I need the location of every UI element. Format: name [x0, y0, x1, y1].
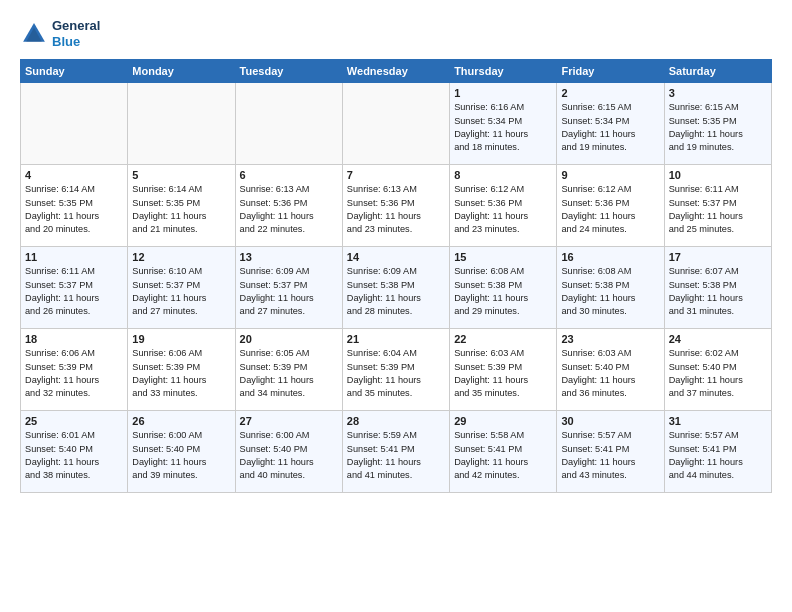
day-cell: 12Sunrise: 6:10 AM Sunset: 5:37 PM Dayli… — [128, 247, 235, 329]
day-info: Sunrise: 5:57 AM Sunset: 5:41 PM Dayligh… — [561, 429, 659, 482]
day-number: 2 — [561, 87, 659, 99]
day-cell — [342, 83, 449, 165]
day-number: 14 — [347, 251, 445, 263]
logo-text: General Blue — [52, 18, 100, 49]
day-cell: 8Sunrise: 6:12 AM Sunset: 5:36 PM Daylig… — [450, 165, 557, 247]
day-cell: 13Sunrise: 6:09 AM Sunset: 5:37 PM Dayli… — [235, 247, 342, 329]
day-cell: 14Sunrise: 6:09 AM Sunset: 5:38 PM Dayli… — [342, 247, 449, 329]
day-cell: 5Sunrise: 6:14 AM Sunset: 5:35 PM Daylig… — [128, 165, 235, 247]
day-cell: 22Sunrise: 6:03 AM Sunset: 5:39 PM Dayli… — [450, 329, 557, 411]
day-info: Sunrise: 6:09 AM Sunset: 5:37 PM Dayligh… — [240, 265, 338, 318]
day-number: 25 — [25, 415, 123, 427]
day-info: Sunrise: 6:02 AM Sunset: 5:40 PM Dayligh… — [669, 347, 767, 400]
day-number: 27 — [240, 415, 338, 427]
day-cell: 10Sunrise: 6:11 AM Sunset: 5:37 PM Dayli… — [664, 165, 771, 247]
logo-icon — [20, 20, 48, 48]
weekday-header-tuesday: Tuesday — [235, 60, 342, 83]
day-number: 26 — [132, 415, 230, 427]
page: General Blue SundayMondayTuesdayWednesda… — [0, 0, 792, 612]
day-number: 4 — [25, 169, 123, 181]
weekday-header-friday: Friday — [557, 60, 664, 83]
day-number: 10 — [669, 169, 767, 181]
day-number: 9 — [561, 169, 659, 181]
day-info: Sunrise: 6:11 AM Sunset: 5:37 PM Dayligh… — [25, 265, 123, 318]
weekday-header-monday: Monday — [128, 60, 235, 83]
day-cell: 18Sunrise: 6:06 AM Sunset: 5:39 PM Dayli… — [21, 329, 128, 411]
day-cell: 11Sunrise: 6:11 AM Sunset: 5:37 PM Dayli… — [21, 247, 128, 329]
day-info: Sunrise: 6:16 AM Sunset: 5:34 PM Dayligh… — [454, 101, 552, 154]
day-info: Sunrise: 6:15 AM Sunset: 5:35 PM Dayligh… — [669, 101, 767, 154]
day-cell: 29Sunrise: 5:58 AM Sunset: 5:41 PM Dayli… — [450, 411, 557, 493]
day-info: Sunrise: 6:08 AM Sunset: 5:38 PM Dayligh… — [454, 265, 552, 318]
day-cell: 24Sunrise: 6:02 AM Sunset: 5:40 PM Dayli… — [664, 329, 771, 411]
day-cell: 1Sunrise: 6:16 AM Sunset: 5:34 PM Daylig… — [450, 83, 557, 165]
day-info: Sunrise: 6:03 AM Sunset: 5:40 PM Dayligh… — [561, 347, 659, 400]
day-number: 12 — [132, 251, 230, 263]
day-number: 5 — [132, 169, 230, 181]
day-cell: 31Sunrise: 5:57 AM Sunset: 5:41 PM Dayli… — [664, 411, 771, 493]
day-cell: 19Sunrise: 6:06 AM Sunset: 5:39 PM Dayli… — [128, 329, 235, 411]
logo: General Blue — [20, 18, 100, 49]
day-cell: 23Sunrise: 6:03 AM Sunset: 5:40 PM Dayli… — [557, 329, 664, 411]
day-info: Sunrise: 6:10 AM Sunset: 5:37 PM Dayligh… — [132, 265, 230, 318]
day-info: Sunrise: 6:13 AM Sunset: 5:36 PM Dayligh… — [347, 183, 445, 236]
day-number: 11 — [25, 251, 123, 263]
day-cell: 9Sunrise: 6:12 AM Sunset: 5:36 PM Daylig… — [557, 165, 664, 247]
day-number: 20 — [240, 333, 338, 345]
day-cell: 17Sunrise: 6:07 AM Sunset: 5:38 PM Dayli… — [664, 247, 771, 329]
day-info: Sunrise: 6:14 AM Sunset: 5:35 PM Dayligh… — [132, 183, 230, 236]
day-info: Sunrise: 6:01 AM Sunset: 5:40 PM Dayligh… — [25, 429, 123, 482]
day-number: 1 — [454, 87, 552, 99]
week-row-5: 25Sunrise: 6:01 AM Sunset: 5:40 PM Dayli… — [21, 411, 772, 493]
day-info: Sunrise: 5:59 AM Sunset: 5:41 PM Dayligh… — [347, 429, 445, 482]
day-info: Sunrise: 6:00 AM Sunset: 5:40 PM Dayligh… — [132, 429, 230, 482]
day-number: 13 — [240, 251, 338, 263]
day-cell: 25Sunrise: 6:01 AM Sunset: 5:40 PM Dayli… — [21, 411, 128, 493]
weekday-header-thursday: Thursday — [450, 60, 557, 83]
weekday-header-wednesday: Wednesday — [342, 60, 449, 83]
day-info: Sunrise: 5:57 AM Sunset: 5:41 PM Dayligh… — [669, 429, 767, 482]
day-info: Sunrise: 6:15 AM Sunset: 5:34 PM Dayligh… — [561, 101, 659, 154]
day-info: Sunrise: 6:03 AM Sunset: 5:39 PM Dayligh… — [454, 347, 552, 400]
day-number: 7 — [347, 169, 445, 181]
day-info: Sunrise: 6:14 AM Sunset: 5:35 PM Dayligh… — [25, 183, 123, 236]
day-cell — [128, 83, 235, 165]
day-number: 3 — [669, 87, 767, 99]
day-info: Sunrise: 6:05 AM Sunset: 5:39 PM Dayligh… — [240, 347, 338, 400]
day-info: Sunrise: 6:08 AM Sunset: 5:38 PM Dayligh… — [561, 265, 659, 318]
weekday-header-row: SundayMondayTuesdayWednesdayThursdayFrid… — [21, 60, 772, 83]
day-info: Sunrise: 6:12 AM Sunset: 5:36 PM Dayligh… — [454, 183, 552, 236]
day-cell: 15Sunrise: 6:08 AM Sunset: 5:38 PM Dayli… — [450, 247, 557, 329]
day-number: 17 — [669, 251, 767, 263]
day-info: Sunrise: 6:12 AM Sunset: 5:36 PM Dayligh… — [561, 183, 659, 236]
day-number: 18 — [25, 333, 123, 345]
day-number: 31 — [669, 415, 767, 427]
day-number: 6 — [240, 169, 338, 181]
day-cell: 20Sunrise: 6:05 AM Sunset: 5:39 PM Dayli… — [235, 329, 342, 411]
week-row-4: 18Sunrise: 6:06 AM Sunset: 5:39 PM Dayli… — [21, 329, 772, 411]
day-number: 8 — [454, 169, 552, 181]
day-number: 23 — [561, 333, 659, 345]
day-cell: 30Sunrise: 5:57 AM Sunset: 5:41 PM Dayli… — [557, 411, 664, 493]
day-info: Sunrise: 6:04 AM Sunset: 5:39 PM Dayligh… — [347, 347, 445, 400]
day-number: 16 — [561, 251, 659, 263]
day-info: Sunrise: 6:06 AM Sunset: 5:39 PM Dayligh… — [25, 347, 123, 400]
day-info: Sunrise: 6:13 AM Sunset: 5:36 PM Dayligh… — [240, 183, 338, 236]
day-info: Sunrise: 6:11 AM Sunset: 5:37 PM Dayligh… — [669, 183, 767, 236]
day-number: 19 — [132, 333, 230, 345]
day-cell — [21, 83, 128, 165]
day-info: Sunrise: 5:58 AM Sunset: 5:41 PM Dayligh… — [454, 429, 552, 482]
day-number: 30 — [561, 415, 659, 427]
day-cell: 21Sunrise: 6:04 AM Sunset: 5:39 PM Dayli… — [342, 329, 449, 411]
day-cell: 4Sunrise: 6:14 AM Sunset: 5:35 PM Daylig… — [21, 165, 128, 247]
calendar-table: SundayMondayTuesdayWednesdayThursdayFrid… — [20, 59, 772, 493]
day-cell: 28Sunrise: 5:59 AM Sunset: 5:41 PM Dayli… — [342, 411, 449, 493]
day-cell: 7Sunrise: 6:13 AM Sunset: 5:36 PM Daylig… — [342, 165, 449, 247]
day-cell — [235, 83, 342, 165]
day-number: 21 — [347, 333, 445, 345]
day-number: 28 — [347, 415, 445, 427]
week-row-2: 4Sunrise: 6:14 AM Sunset: 5:35 PM Daylig… — [21, 165, 772, 247]
day-cell: 26Sunrise: 6:00 AM Sunset: 5:40 PM Dayli… — [128, 411, 235, 493]
header: General Blue — [20, 18, 772, 49]
week-row-3: 11Sunrise: 6:11 AM Sunset: 5:37 PM Dayli… — [21, 247, 772, 329]
